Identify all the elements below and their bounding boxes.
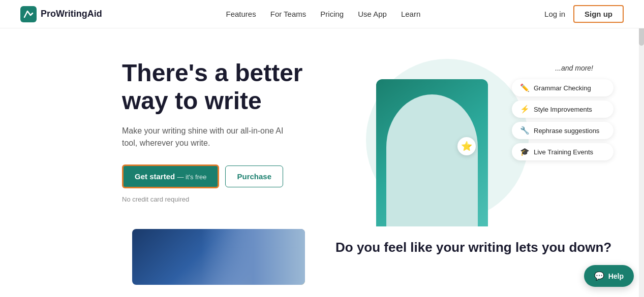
star-badge: ⭐ [457,137,476,155]
nav-use-app[interactable]: Use App [358,10,387,18]
nav-links: Features For Teams Pricing Use App Learn [226,10,421,19]
nav-learn[interactable]: Learn [401,10,420,18]
logo-text: ProWritingAid [41,9,102,19]
nav-for-teams[interactable]: For Teams [270,10,306,18]
chat-icon: 💬 [594,271,604,281]
hero-title: There's a better way to write [122,59,335,115]
badge-grammar: ✏️ Grammar Checking [512,79,614,96]
logo-link[interactable]: ProWritingAid [20,6,102,22]
badge-training: 🎓 Live Training Events [512,143,614,160]
get-started-button[interactable]: Get started — it's free [122,164,219,188]
badge-rephrase: 🔧 Rephrase suggestions [512,122,614,139]
more-label: ...and more! [555,64,593,72]
chat-label: Help [608,272,624,280]
free-tag: — it's free [177,173,206,181]
nav-features[interactable]: Features [226,10,256,18]
rephrase-icon: 🔧 [520,126,530,135]
feature-badges: ✏️ Grammar Checking ⚡ Style Improvements… [512,79,614,160]
login-button[interactable]: Log in [544,10,565,18]
nav-actions: Log in Sign up [544,5,624,23]
scrollbar[interactable] [639,0,644,297]
training-icon: 🎓 [520,147,530,156]
bottom-section: Do you feel like your writing lets you d… [0,229,644,297]
badge-style: ⚡ Style Improvements [512,101,614,118]
hero-buttons: Get started — it's free Purchase [122,164,335,188]
navigation: ProWritingAid Features For Teams Pricing… [0,0,644,28]
badge-style-label: Style Improvements [534,106,592,113]
badge-grammar-label: Grammar Checking [534,84,591,92]
chat-help-button[interactable]: 💬 Help [584,265,634,287]
bottom-image [132,229,305,285]
signup-button[interactable]: Sign up [573,5,624,23]
hero-subtitle: Make your writing shine with our all-in-… [122,125,285,149]
person-body [386,94,478,226]
grammar-icon: ✏️ [520,83,530,92]
style-icon: ⚡ [520,105,530,114]
nav-pricing[interactable]: Pricing [320,10,344,18]
no-credit-text: No credit card required [122,195,335,203]
badge-rephrase-label: Rephrase suggestions [534,127,599,135]
hero-right: ⭐ ...and more! ✏️ Grammar Checking ⚡ Sty… [335,54,624,226]
hero-section: There's a better way to write Make your … [0,28,644,229]
hero-left: There's a better way to write Make your … [122,54,335,203]
get-started-label: Get started [135,172,175,181]
svg-rect-0 [20,6,37,22]
bottom-text: Do you feel like your writing lets you d… [335,229,611,256]
bottom-image-overlay [201,229,305,285]
logo-icon [20,6,37,22]
purchase-button[interactable]: Purchase [225,166,283,187]
badge-training-label: Live Training Events [534,148,593,156]
bottom-title: Do you feel like your writing lets you d… [335,239,611,256]
